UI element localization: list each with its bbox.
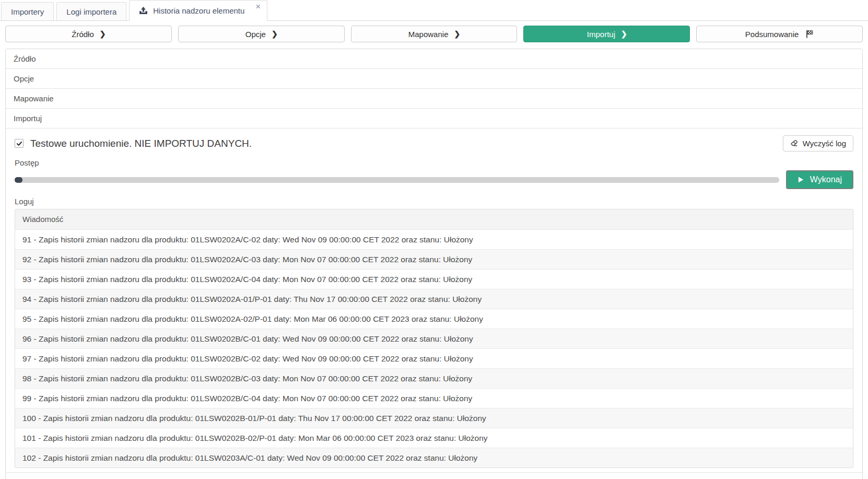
tab-label: Historia nadzoru elementu (153, 6, 244, 15)
accordion-header-podsumowanie[interactable]: Podsumowanie (6, 472, 862, 479)
tab-historia-nadzoru-elementu[interactable]: Historia nadzoru elementu × (129, 0, 267, 21)
test-run-option: Testowe uruchomienie. NIE IMPORTUJ DANYC… (15, 138, 252, 149)
log-label: Loguj (15, 197, 853, 206)
finish-flag-icon (805, 30, 814, 38)
log-row: 92 - Zapis historii zmian nadzoru dla pr… (15, 249, 853, 269)
play-icon (797, 176, 804, 183)
log-row: 94 - Zapis historii zmian nadzoru dla pr… (15, 289, 853, 309)
progress-bar-fill (15, 177, 22, 183)
log-table-header: Wiadomość (15, 209, 853, 229)
step-podsumowanie-button[interactable]: Podsumowanie (696, 26, 863, 42)
clear-log-button[interactable]: Wyczyść log (783, 135, 853, 151)
log-row: 102 - Zapis historii zmian nadzoru dla p… (15, 448, 853, 468)
log-row: 96 - Zapis historii zmian nadzoru dla pr… (15, 329, 853, 348)
log-row: 100 - Zapis historii zmian nadzoru dla p… (15, 408, 853, 428)
chevron-right-icon: ❯ (454, 30, 460, 38)
accordion-panel: Źródło Opcje Mapowanie Importuj Testowe … (5, 49, 863, 479)
accordion-header-importuj[interactable]: Importuj (6, 108, 862, 128)
tab-label: Logi importera (66, 7, 116, 16)
log-row: 95 - Zapis historii zmian nadzoru dla pr… (15, 309, 853, 329)
test-run-label: Testowe uruchomienie. NIE IMPORTUJ DANYC… (30, 138, 252, 149)
log-row: 98 - Zapis historii zmian nadzoru dla pr… (15, 368, 853, 388)
chevron-right-icon: ❯ (272, 30, 277, 38)
step-zrodlo-button[interactable]: Źródło ❯ (5, 26, 172, 42)
accordion-header-mapowanie[interactable]: Mapowanie (6, 88, 862, 108)
close-tab-icon[interactable]: × (255, 1, 261, 10)
log-row: 93 - Zapis historii zmian nadzoru dla pr… (15, 269, 853, 289)
tab-logi-importera[interactable]: Logi importera (56, 2, 126, 20)
log-row: 91 - Zapis historii zmian nadzoru dla pr… (15, 229, 853, 249)
chevron-right-icon: ❯ (100, 30, 105, 38)
step-opcje-button[interactable]: Opcje ❯ (178, 26, 345, 42)
importuj-section-body: Testowe uruchomienie. NIE IMPORTUJ DANYC… (6, 128, 862, 472)
accordion-header-opcje[interactable]: Opcje (6, 68, 862, 88)
step-mapowanie-button[interactable]: Mapowanie ❯ (351, 26, 518, 42)
progress-label: Postęp (15, 158, 853, 167)
execute-button[interactable]: Wykonaj (786, 170, 853, 189)
tab-label: Importery (11, 7, 44, 16)
chevron-right-icon: ❯ (621, 30, 627, 38)
accordion-header-zrodlo[interactable]: Źródło (6, 49, 862, 68)
wizard-steps: Źródło ❯ Opcje ❯ Mapowanie ❯ Importuj ❯ … (0, 21, 868, 42)
log-row: 97 - Zapis historii zmian nadzoru dla pr… (15, 348, 853, 368)
log-table: Wiadomość 91 - Zapis historii zmian nadz… (15, 209, 853, 468)
log-row: 101 - Zapis historii zmian nadzoru dla p… (15, 428, 853, 448)
eraser-icon (790, 139, 798, 147)
progress-bar (15, 177, 779, 183)
step-importuj-button[interactable]: Importuj ❯ (523, 26, 690, 42)
test-run-checkbox[interactable] (15, 139, 24, 148)
checkmark-icon (16, 141, 22, 147)
log-row: 99 - Zapis historii zmian nadzoru dla pr… (15, 388, 853, 408)
tab-bar: Importery Logi importera Historia nadzor… (0, 0, 868, 21)
import-icon (139, 6, 148, 15)
tab-importery[interactable]: Importery (1, 2, 54, 20)
